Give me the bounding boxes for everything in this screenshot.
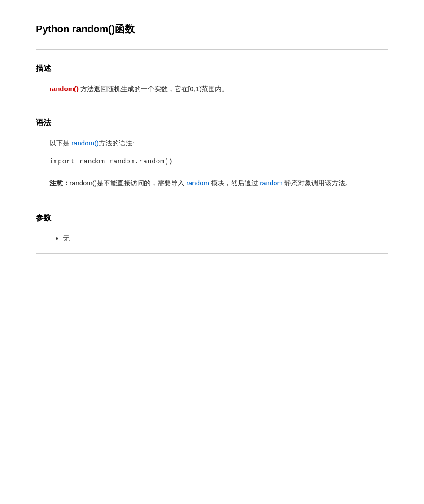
- divider-description: [36, 104, 388, 104]
- syntax-code: import random random.random(): [49, 156, 388, 168]
- syntax-intro: 以下是 random()方法的语法:: [49, 137, 388, 149]
- page-title: Python random()函数: [36, 22, 388, 36]
- params-list: 无: [49, 232, 388, 244]
- list-item: 无: [63, 232, 388, 244]
- page-container: Python random()函数 描述 random() 方法返回随机生成的一…: [0, 0, 424, 289]
- params-content: 无: [36, 232, 388, 244]
- description-main-text: 方法返回随机生成的一个实数，它在[0,1)范围内。: [79, 85, 228, 92]
- param-value: 无: [63, 234, 70, 242]
- description-heading: 描述: [36, 63, 388, 74]
- section-description: 描述 random() 方法返回随机生成的一个实数，它在[0,1)范围内。: [36, 63, 388, 95]
- syntax-content: 以下是 random()方法的语法: import random random.…: [36, 137, 388, 190]
- divider-syntax: [36, 199, 388, 199]
- syntax-method-name: random(): [71, 139, 99, 147]
- description-text: random() 方法返回随机生成的一个实数，它在[0,1)范围内。: [49, 83, 388, 95]
- params-heading: 参数: [36, 213, 388, 223]
- section-syntax: 语法 以下是 random()方法的语法: import random rand…: [36, 118, 388, 190]
- note-random-word: random: [186, 179, 209, 187]
- description-content: random() 方法返回随机生成的一个实数，它在[0,1)范围内。: [36, 83, 388, 95]
- description-keyword: random(): [49, 85, 79, 92]
- divider-top: [36, 49, 388, 50]
- section-params: 参数 无: [36, 213, 388, 244]
- divider-params: [36, 253, 388, 254]
- syntax-heading: 语法: [36, 118, 388, 128]
- note-label: 注意：: [49, 179, 70, 187]
- note-random-word2: random: [260, 179, 283, 187]
- note-text: 注意：random()是不能直接访问的，需要导入 random 模块，然后通过 …: [49, 177, 388, 190]
